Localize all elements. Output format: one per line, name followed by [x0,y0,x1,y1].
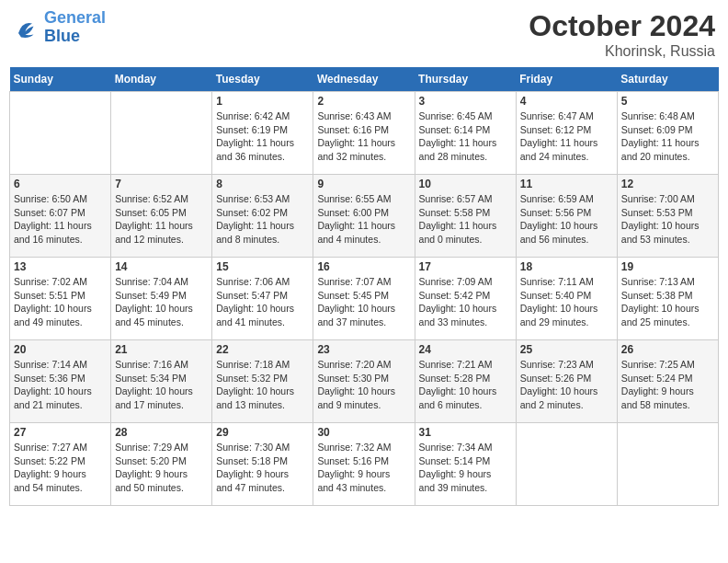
day-info: Sunrise: 7:07 AM Sunset: 5:45 PM Dayligh… [317,275,410,329]
day-info: Sunrise: 6:50 AM Sunset: 6:07 PM Dayligh… [14,192,107,247]
day-info: Sunrise: 7:00 AM Sunset: 5:53 PM Dayligh… [621,192,714,247]
day-number: 17 [419,260,512,273]
day-number: 6 [14,178,107,190]
title-area: October 2024 Khorinsk, Russia [529,9,715,60]
calendar-day-cell: 15Sunrise: 7:06 AM Sunset: 5:47 PM Dayli… [212,258,313,340]
month-title: October 2024 [529,9,715,43]
day-info: Sunrise: 6:48 AM Sunset: 6:09 PM Dayligh… [621,109,714,164]
day-number: 7 [115,178,208,190]
day-number: 3 [419,95,512,108]
calendar-day-cell: 18Sunrise: 7:11 AM Sunset: 5:40 PM Dayli… [516,258,617,340]
day-info: Sunrise: 7:27 AM Sunset: 5:22 PM Dayligh… [14,441,107,495]
day-header-thursday: Thursday [415,67,516,92]
calendar-day-cell: 13Sunrise: 7:02 AM Sunset: 5:51 PM Dayli… [10,258,111,340]
day-info: Sunrise: 6:45 AM Sunset: 6:14 PM Dayligh… [419,109,512,164]
day-number: 4 [520,95,613,108]
day-number: 15 [216,260,309,273]
calendar-day-cell: 28Sunrise: 7:29 AM Sunset: 5:20 PM Dayli… [111,423,212,506]
day-number: 27 [14,426,107,439]
day-info: Sunrise: 6:59 AM Sunset: 5:56 PM Dayligh… [520,192,613,247]
day-header-wednesday: Wednesday [313,67,415,92]
day-number: 5 [621,95,714,108]
day-number: 11 [520,178,613,190]
day-info: Sunrise: 6:43 AM Sunset: 6:16 PM Dayligh… [317,109,410,164]
calendar-day-cell: 12Sunrise: 7:00 AM Sunset: 5:53 PM Dayli… [617,175,718,258]
calendar-day-cell: 24Sunrise: 7:21 AM Sunset: 5:28 PM Dayli… [415,340,516,423]
calendar-day-cell: 10Sunrise: 6:57 AM Sunset: 5:58 PM Dayli… [415,175,516,258]
day-info: Sunrise: 7:29 AM Sunset: 5:20 PM Dayligh… [115,441,208,495]
day-info: Sunrise: 6:53 AM Sunset: 6:02 PM Dayligh… [216,192,309,247]
calendar-day-cell: 31Sunrise: 7:34 AM Sunset: 5:14 PM Dayli… [415,423,516,506]
calendar-day-cell: 23Sunrise: 7:20 AM Sunset: 5:30 PM Dayli… [313,340,415,423]
logo: General Blue [13,9,106,46]
day-info: Sunrise: 7:25 AM Sunset: 5:24 PM Dayligh… [621,358,714,412]
calendar-week-row: 27Sunrise: 7:27 AM Sunset: 5:22 PM Dayli… [10,423,719,506]
day-info: Sunrise: 7:13 AM Sunset: 5:38 PM Dayligh… [621,275,714,329]
calendar-week-row: 1Sunrise: 6:42 AM Sunset: 6:19 PM Daylig… [10,92,719,175]
day-info: Sunrise: 6:52 AM Sunset: 6:05 PM Dayligh… [115,192,208,247]
day-number: 23 [317,343,410,356]
location-title: Khorinsk, Russia [529,43,715,60]
calendar-day-cell: 25Sunrise: 7:23 AM Sunset: 5:26 PM Dayli… [516,340,617,423]
calendar-day-cell: 27Sunrise: 7:27 AM Sunset: 5:22 PM Dayli… [10,423,111,506]
calendar-day-cell: 8Sunrise: 6:53 AM Sunset: 6:02 PM Daylig… [212,175,313,258]
calendar-day-cell: 16Sunrise: 7:07 AM Sunset: 5:45 PM Dayli… [313,258,415,340]
day-number: 19 [621,260,714,273]
day-header-friday: Friday [516,67,617,92]
day-info: Sunrise: 7:18 AM Sunset: 5:32 PM Dayligh… [216,358,309,412]
calendar-day-cell: 4Sunrise: 6:47 AM Sunset: 6:12 PM Daylig… [516,92,617,175]
day-info: Sunrise: 7:09 AM Sunset: 5:42 PM Dayligh… [419,275,512,329]
day-number: 13 [14,260,107,273]
day-number: 29 [216,426,309,439]
day-info: Sunrise: 7:16 AM Sunset: 5:34 PM Dayligh… [115,358,208,412]
day-header-sunday: Sunday [10,67,111,92]
day-info: Sunrise: 7:06 AM Sunset: 5:47 PM Dayligh… [216,275,309,329]
day-number: 20 [14,343,107,356]
day-info: Sunrise: 7:34 AM Sunset: 5:14 PM Dayligh… [419,441,512,495]
calendar-day-cell: 29Sunrise: 7:30 AM Sunset: 5:18 PM Dayli… [212,423,313,506]
page-header: General Blue October 2024 Khorinsk, Russ… [9,9,719,60]
calendar-day-cell: 26Sunrise: 7:25 AM Sunset: 5:24 PM Dayli… [617,340,718,423]
day-info: Sunrise: 7:11 AM Sunset: 5:40 PM Dayligh… [520,275,613,329]
calendar-day-cell [617,423,718,506]
calendar-day-cell: 5Sunrise: 6:48 AM Sunset: 6:09 PM Daylig… [617,92,718,175]
day-number: 30 [317,426,410,439]
day-header-saturday: Saturday [617,67,718,92]
calendar-day-cell: 14Sunrise: 7:04 AM Sunset: 5:49 PM Dayli… [111,258,212,340]
calendar-day-cell: 9Sunrise: 6:55 AM Sunset: 6:00 PM Daylig… [313,175,415,258]
calendar-week-row: 6Sunrise: 6:50 AM Sunset: 6:07 PM Daylig… [10,175,719,258]
day-info: Sunrise: 6:57 AM Sunset: 5:58 PM Dayligh… [419,192,512,247]
calendar-day-cell: 6Sunrise: 6:50 AM Sunset: 6:07 PM Daylig… [10,175,111,258]
logo-icon [13,14,40,41]
calendar-week-row: 13Sunrise: 7:02 AM Sunset: 5:51 PM Dayli… [10,258,719,340]
logo-text: General Blue [44,9,106,46]
calendar-day-cell: 2Sunrise: 6:43 AM Sunset: 6:16 PM Daylig… [313,92,415,175]
day-number: 2 [317,95,410,108]
day-number: 1 [216,95,309,108]
day-info: Sunrise: 7:21 AM Sunset: 5:28 PM Dayligh… [419,358,512,412]
calendar-week-row: 20Sunrise: 7:14 AM Sunset: 5:36 PM Dayli… [10,340,719,423]
day-number: 21 [115,343,208,356]
calendar-day-cell: 19Sunrise: 7:13 AM Sunset: 5:38 PM Dayli… [617,258,718,340]
day-number: 22 [216,343,309,356]
calendar-day-cell: 11Sunrise: 6:59 AM Sunset: 5:56 PM Dayli… [516,175,617,258]
day-info: Sunrise: 7:30 AM Sunset: 5:18 PM Dayligh… [216,441,309,495]
day-number: 28 [115,426,208,439]
calendar-day-cell [516,423,617,506]
day-info: Sunrise: 7:04 AM Sunset: 5:49 PM Dayligh… [115,275,208,329]
calendar-day-cell: 17Sunrise: 7:09 AM Sunset: 5:42 PM Dayli… [415,258,516,340]
day-info: Sunrise: 7:23 AM Sunset: 5:26 PM Dayligh… [520,358,613,412]
day-info: Sunrise: 6:47 AM Sunset: 6:12 PM Dayligh… [520,109,613,164]
day-number: 12 [621,178,714,190]
day-number: 18 [520,260,613,273]
day-info: Sunrise: 7:02 AM Sunset: 5:51 PM Dayligh… [14,275,107,329]
day-number: 14 [115,260,208,273]
day-number: 31 [419,426,512,439]
day-info: Sunrise: 6:42 AM Sunset: 6:19 PM Dayligh… [216,109,309,164]
day-number: 25 [520,343,613,356]
day-number: 26 [621,343,714,356]
day-info: Sunrise: 7:32 AM Sunset: 5:16 PM Dayligh… [317,441,410,495]
calendar-day-cell [111,92,212,175]
calendar-day-cell: 30Sunrise: 7:32 AM Sunset: 5:16 PM Dayli… [313,423,415,506]
day-header-tuesday: Tuesday [212,67,313,92]
